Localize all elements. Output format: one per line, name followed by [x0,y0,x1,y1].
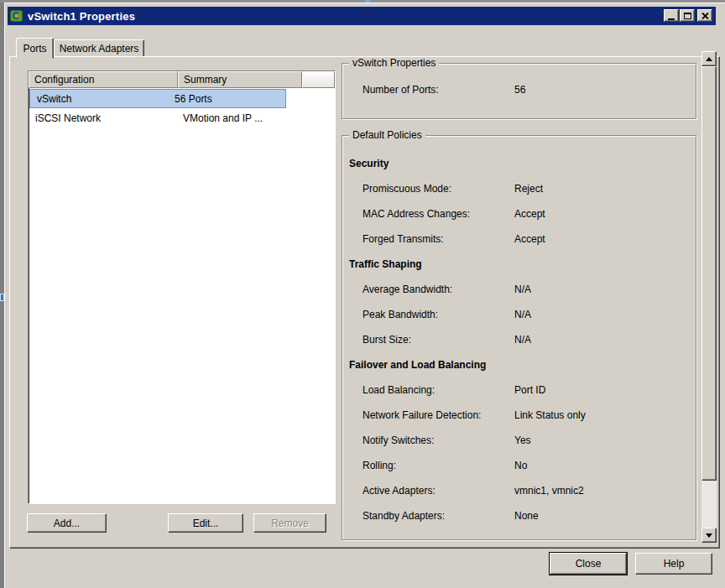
policy-row: Promiscuous Mode: Reject [362,176,696,201]
policy-value: Yes [514,434,531,446]
policy-section-header-security: Security [349,151,696,176]
column-header-summary[interactable]: Summary [178,71,302,88]
group-title: vSwitch Properties [349,57,439,70]
list-header: Configuration Summary [29,71,335,88]
tab-network-adapters-label: Network Adapters [60,43,139,55]
arrow-down-icon [706,533,712,538]
screen: vSwitch1 Properties Ports Network Adapte… [0,0,725,588]
help-button[interactable]: Help [635,553,712,575]
list-row-iscsi-network[interactable]: iSCSI Network VMotion and IP ... [29,108,335,127]
close-window-button[interactable] [697,9,712,22]
tab-ports[interactable]: Ports [16,38,54,59]
policy-label: Active Adapters: [362,485,514,497]
policy-value: N/A [514,284,531,295]
tab-ports-label: Ports [23,43,46,55]
policy-row: Average Bandwidth: N/A [362,277,696,302]
policy-value: None [514,510,539,522]
policy-label: Forged Transmits: [362,233,514,245]
policy-label: Peak Bandwidth: [362,309,514,320]
remove-button: Remove [253,513,326,533]
edit-button[interactable]: Edit... [168,513,243,533]
policy-row: Active Adapters: vmnic1, vmnic2 [362,478,696,503]
maximize-button[interactable] [680,9,695,22]
row-summary-cell: VMotion and IP ... [178,112,302,124]
column-header-configuration[interactable]: Configuration [29,71,178,88]
row-configuration-cell: vSwitch [30,93,170,105]
policy-row: Notify Switches: Yes [362,428,696,453]
scrollbar[interactable] [702,51,717,543]
policy-section-header-failover: Failover and Load Balancing [349,352,696,377]
tab-network-adapters[interactable]: Network Adapters [54,39,144,57]
scrollbar-thumb[interactable] [702,66,717,481]
policy-label: MAC Address Changes: [362,208,514,220]
policy-label: Network Failure Detection: [362,409,514,421]
minimize-icon [668,18,675,20]
policy-label: Promiscuous Mode: [362,183,514,195]
list-row-vswitch[interactable]: vSwitch 56 Ports [29,89,286,108]
policy-row: Peak Bandwidth: N/A [362,302,696,327]
policy-row: Network Failure Detection: Link Status o… [362,403,696,428]
property-label: Number of Ports: [362,84,514,96]
policy-value: No [514,460,527,471]
policy-value: N/A [514,309,531,320]
policy-value: Accept [514,233,545,245]
policy-section-header-traffic-shaping: Traffic Shaping [349,252,696,277]
group-title: Default Policies [349,129,425,142]
arrow-up-icon [706,57,712,61]
vsphere-app-icon[interactable] [10,9,23,23]
policy-value: Reject [514,183,543,195]
policy-row: Rolling: No [362,453,696,478]
scroll-down-button[interactable] [702,528,717,543]
policy-row: Load Balancing: Port ID [362,377,696,403]
policy-row: Burst Size: N/A [362,327,696,352]
policy-label: Notify Switches: [362,434,514,446]
add-button[interactable]: Add... [27,513,107,533]
column-header-filler [302,71,335,88]
vswitch-properties-group: vSwitch Properties Number of Ports: 56 [342,63,696,119]
scroll-up-button[interactable] [702,51,717,66]
close-button[interactable]: Close [550,553,627,575]
policy-row: Forged Transmits: Accept [362,226,696,252]
row-configuration-cell: iSCSI Network [29,112,178,124]
policy-row: Standby Adapters: None [362,503,696,528]
policy-label: Average Bandwidth: [362,284,514,295]
row-summary-cell: 56 Ports [170,93,285,105]
close-icon [702,13,709,19]
policy-value: Port ID [514,384,545,396]
window-title: vSwitch1 Properties [28,10,135,23]
policy-row: MAC Address Changes: Accept [362,201,696,226]
titlebar[interactable]: vSwitch1 Properties [8,7,716,25]
property-value: 56 [514,84,525,96]
default-policies-group: Default Policies Security Promiscuous Mo… [342,135,696,540]
policy-value: Accept [514,208,545,220]
minimize-button[interactable] [664,9,679,22]
property-row: Number of Ports: 56 [362,77,696,102]
policy-value: N/A [514,334,531,346]
policy-label: Load Balancing: [362,384,514,396]
policy-label: Rolling: [362,460,514,471]
port-configuration-list[interactable]: Configuration Summary vSwitch 56 Ports i… [28,70,336,504]
policy-label: Burst Size: [362,334,514,346]
maximize-icon [684,13,691,19]
policy-label: Standby Adapters: [362,510,514,522]
policy-value: Link Status only [514,409,586,421]
policy-value: vmnic1, vmnic2 [514,485,584,497]
